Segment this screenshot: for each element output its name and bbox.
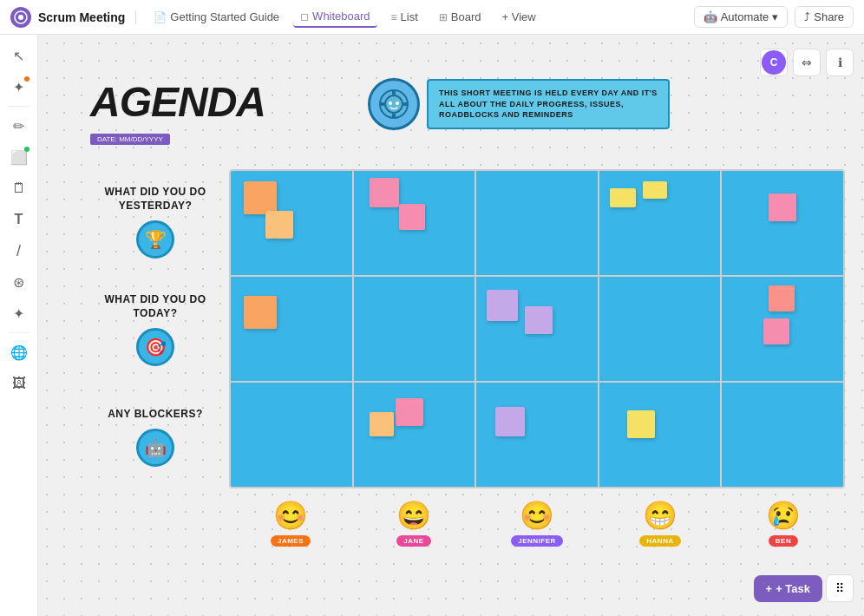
person-ben: 😢 BEN <box>722 499 845 547</box>
fit-screen-icon[interactable]: ⇔ <box>793 49 821 76</box>
sticky-note[interactable] <box>643 181 667 199</box>
cell-0-3 <box>599 171 721 275</box>
sticky-note[interactable] <box>487 290 518 321</box>
whiteboard-canvas[interactable]: C ⇔ ℹ AGENDA DATE: MM/DD/YYYY <box>38 35 864 616</box>
magic-icon[interactable]: ✦ <box>5 299 33 327</box>
target-icon: 🎯 <box>136 328 174 366</box>
james-label: JAMES <box>271 535 311 547</box>
cell-0-4 <box>722 171 843 275</box>
sticky-note[interactable] <box>370 178 399 207</box>
blockers-label-text: ANY BLOCKERS? <box>108 408 203 422</box>
cell-1-4 <box>722 277 843 381</box>
sidebar-divider-2 <box>9 332 29 333</box>
date-tag: DATE: MM/DD/YYYY <box>90 134 170 145</box>
cell-0-2 <box>476 171 598 275</box>
hanna-label: HANNA <box>639 535 680 547</box>
list-icon: ≡ <box>391 11 397 23</box>
jennifer-label: JENNIFER <box>511 535 563 547</box>
app-header: Scrum Meeting 📄 Getting Started Guide ◻ … <box>0 0 864 35</box>
james-emoji: 😊 <box>273 499 308 532</box>
sticky-note[interactable] <box>610 188 636 207</box>
board-icon: ⊞ <box>439 11 448 23</box>
cell-2-4 <box>722 383 843 487</box>
trophy-icon: 🏆 <box>136 220 174 259</box>
cell-0-0 <box>231 171 352 275</box>
sticky-note[interactable] <box>399 204 425 230</box>
info-icon[interactable]: ℹ <box>826 49 854 76</box>
sticky-note[interactable] <box>495 407 525 436</box>
ben-label: BEN <box>769 535 798 547</box>
sticky-note[interactable] <box>769 285 795 311</box>
image-icon[interactable]: 🖼 <box>5 370 33 397</box>
cell-0-1 <box>354 171 475 275</box>
cell-1-3 <box>599 277 721 381</box>
person-james: 😊 JAMES <box>229 499 352 547</box>
tab-view-add[interactable]: + View <box>495 7 543 27</box>
sticky-note[interactable] <box>525 306 553 334</box>
sticky-note[interactable] <box>396 398 423 426</box>
shape-icon[interactable]: ⬜ <box>5 143 33 171</box>
nav-divider <box>135 10 136 24</box>
app-logo <box>10 7 31 28</box>
avatar-button[interactable]: C <box>760 49 788 76</box>
cell-2-2 <box>476 383 598 487</box>
sticky-note[interactable] <box>769 193 796 221</box>
robot-icon: 🤖 <box>136 429 174 467</box>
row-label-yesterday: WHAT DID YOU DO YESTERDAY? 🏆 <box>95 169 216 275</box>
header-left: Scrum Meeting 📄 Getting Started Guide ◻ … <box>10 6 687 28</box>
row-label-blockers: ANY BLOCKERS? 🤖 <box>95 384 216 490</box>
hanna-emoji: 😁 <box>643 499 677 532</box>
agenda-description: THIS SHORT MEETING IS HELD EVERY DAY AND… <box>368 78 670 130</box>
left-sidebar: ↖ ✦ ✏ ⬜ 🗒 T / ⊛ ✦ 🌐 🖼 <box>0 35 38 616</box>
svg-rect-7 <box>403 102 408 106</box>
globe-icon[interactable]: 🌐 <box>5 338 33 366</box>
gear-mascot-icon <box>368 78 420 130</box>
cell-2-3 <box>599 383 721 487</box>
sticky-note[interactable] <box>244 181 277 214</box>
grid-view-button[interactable]: ⠿ <box>826 574 854 602</box>
sticky-note-icon[interactable]: 🗒 <box>5 174 33 202</box>
tab-list[interactable]: ≡ List <box>384 7 425 27</box>
plus-icon: + <box>766 582 773 595</box>
scrum-board-grid <box>229 169 845 488</box>
sticky-note[interactable] <box>244 296 277 329</box>
cursor-icon[interactable]: ↖ <box>5 42 33 69</box>
add-task-button[interactable]: + + Task <box>754 575 822 602</box>
whiteboard-icon: ◻ <box>300 10 309 23</box>
share-button[interactable]: ⤴ Share <box>795 6 854 28</box>
cell-1-1 <box>354 277 475 381</box>
pen-icon[interactable]: ✏ <box>5 112 33 140</box>
user-avatar: C <box>762 50 786 75</box>
connect-icon[interactable]: ⊛ <box>5 268 33 296</box>
board-area: WHAT DID YOU DO YESTERDAY? 🏆 WHAT DID YO… <box>229 169 845 547</box>
svg-point-9 <box>396 102 399 105</box>
app-body: ↖ ✦ ✏ ⬜ 🗒 T / ⊛ ✦ 🌐 🖼 C ⇔ ℹ <box>0 35 864 616</box>
jane-emoji: 😄 <box>396 499 431 532</box>
jennifer-emoji: 😊 <box>520 499 554 532</box>
today-label-text: WHAT DID YOU DO TODAY? <box>95 293 216 320</box>
automate-button[interactable]: 🤖 Automate ▾ <box>694 6 789 28</box>
line-icon[interactable]: / <box>5 237 33 265</box>
agenda-description-text: THIS SHORT MEETING IS HELD EVERY DAY AND… <box>427 79 670 129</box>
sticky-note[interactable] <box>763 318 789 344</box>
sticky-note[interactable] <box>370 412 394 436</box>
paint-icon[interactable]: ✦ <box>5 73 33 101</box>
text-icon[interactable]: T <box>5 206 33 233</box>
yesterday-label-text: WHAT DID YOU DO YESTERDAY? <box>95 186 216 213</box>
chevron-down-icon: ▾ <box>772 10 778 23</box>
grid-dots-icon: ⠿ <box>835 581 844 595</box>
header-right: 🤖 Automate ▾ ⤴ Share <box>694 6 854 28</box>
whiteboard-content: AGENDA DATE: MM/DD/YYYY <box>90 78 845 547</box>
svg-rect-6 <box>380 102 384 106</box>
doc-icon: 📄 <box>154 11 167 23</box>
sticky-note[interactable] <box>265 211 293 239</box>
row-label-today: WHAT DID YOU DO TODAY? 🎯 <box>95 277 216 383</box>
svg-point-1 <box>18 15 23 20</box>
jane-label: JANE <box>396 535 430 547</box>
tab-getting-started[interactable]: 📄 Getting Started Guide <box>147 7 286 27</box>
sticky-note[interactable] <box>627 410 655 438</box>
tab-board[interactable]: ⊞ Board <box>432 7 488 27</box>
tab-whiteboard[interactable]: ◻ Whiteboard <box>293 6 376 28</box>
cell-2-1 <box>354 383 475 487</box>
row-labels: WHAT DID YOU DO YESTERDAY? 🏆 WHAT DID YO… <box>95 169 216 490</box>
